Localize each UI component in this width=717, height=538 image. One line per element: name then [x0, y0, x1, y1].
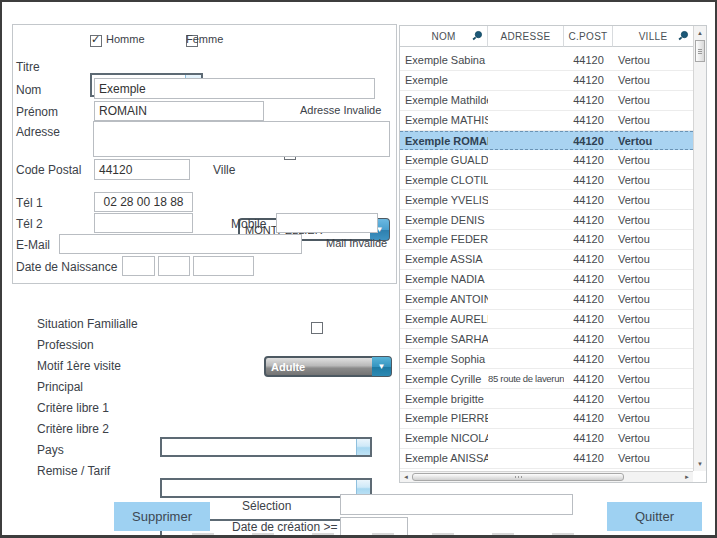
scroll-up-icon[interactable]: ▲ — [697, 30, 703, 36]
quitter-button[interactable]: Quitter — [607, 502, 702, 531]
horizontal-scrollbar[interactable]: ◄ ► — [400, 471, 693, 482]
prenom-label: Prénom — [16, 105, 58, 119]
table-cell: Exemple Mathilde — [400, 94, 488, 106]
table-cell: Vertou — [613, 233, 693, 245]
prenom-input[interactable]: ROMAIN — [94, 101, 264, 121]
supprimer-button[interactable]: Supprimer — [114, 502, 210, 531]
table-row[interactable]: Exemple DENIS44120Vertou — [400, 210, 693, 230]
scroll-down-icon[interactable]: ▼ — [697, 461, 703, 467]
vertical-scrollbar[interactable]: ▲ ▼ — [693, 26, 706, 471]
column-header-cpost[interactable]: C.POST — [564, 26, 613, 47]
birth-year-input[interactable] — [193, 256, 254, 276]
table-row[interactable]: Exemple Mathilde44120Vertou — [400, 91, 693, 111]
table-row[interactable]: Exemple Cyrille85 route de laverune44120… — [400, 369, 693, 389]
table-cell: Vertou — [613, 452, 693, 464]
table-cell: Exemple ROMAIN — [400, 135, 488, 147]
table-cell: 44120 — [564, 452, 613, 464]
table-row[interactable]: Exemple GUALDNA44120Vertou — [400, 150, 693, 170]
mail-invalide-label: Mail Invalide — [326, 237, 387, 249]
table-cell: Vertou — [613, 293, 693, 305]
table-row[interactable]: Exemple FEDERICO44120Vertou — [400, 230, 693, 250]
table-row[interactable]: Exemple NICOLAS44120Vertou — [400, 429, 693, 449]
table-cell: Vertou — [613, 333, 693, 345]
search-icon[interactable] — [678, 30, 689, 41]
extra-field-label: Remise / Tarif — [37, 464, 110, 478]
table-cell: Exemple Cyrille — [400, 373, 488, 385]
code-postal-input[interactable]: 44120 — [94, 159, 190, 180]
table-row[interactable]: Exemple Sophia44120Vertou — [400, 349, 693, 369]
table-row[interactable]: Exemple brigitte44120Vertou — [400, 389, 693, 409]
table-row[interactable]: Exemple Sabina44120Vertou — [400, 51, 693, 71]
table-cell: Vertou — [613, 273, 693, 285]
search-icon[interactable] — [472, 30, 483, 41]
table-row[interactable]: Exemple ROMAIN44120Vertou — [400, 131, 693, 151]
table-cell: 44120 — [564, 194, 613, 206]
tel1-value: 02 28 00 18 88 — [103, 195, 183, 209]
table-cell: 44120 — [564, 214, 613, 226]
table-row[interactable]: Exemple AURELIE44120Vertou — [400, 310, 693, 330]
table-cell: 44120 — [564, 273, 613, 285]
column-header-adresse[interactable]: ADRESSE — [488, 26, 564, 47]
extra-field-dropdown-button[interactable] — [356, 439, 370, 455]
selection-input[interactable] — [340, 494, 573, 515]
table-cell: Vertou — [613, 94, 693, 106]
column-header-ville[interactable]: VILLE — [613, 26, 693, 47]
table-row[interactable]: Exemple PIERRE44120Vertou — [400, 409, 693, 429]
ville-label: Ville — [213, 163, 235, 177]
adresse-textarea[interactable] — [93, 121, 390, 157]
mail-invalide-checkbox[interactable] — [311, 322, 323, 334]
table-row[interactable]: Exemple ASSIA44120Vertou — [400, 250, 693, 270]
table-cell: Exemple ANISSA — [400, 452, 488, 464]
extra-field-label: Principal — [37, 380, 83, 394]
scroll-left-icon[interactable]: ◄ — [403, 474, 409, 480]
table-cell: 44120 — [564, 373, 613, 385]
table-cell: Vertou — [613, 313, 693, 325]
table-cell: Vertou — [613, 253, 693, 265]
table-cell: Vertou — [613, 154, 693, 166]
extra-field-label: Critère libre 1 — [37, 401, 109, 415]
nom-value: Exemple — [99, 82, 146, 96]
tel1-input[interactable]: 02 28 00 18 88 — [94, 192, 193, 212]
table-body: Exemple Sabina44120VertouExemple44120Ver… — [400, 51, 693, 471]
extra-field-combobox[interactable] — [160, 437, 372, 457]
age-category-combobox[interactable]: Adulte ▼ — [264, 356, 392, 377]
column-header-nom[interactable]: NOM — [400, 26, 488, 47]
table-cell: 44120 — [564, 74, 613, 86]
table-row[interactable]: Exemple CLOTILDE44120Vertou — [400, 170, 693, 190]
table-row[interactable]: Exemple SARHA44120Vertou — [400, 329, 693, 349]
adresse-label: Adresse — [16, 125, 60, 139]
table-row[interactable]: Exemple YVELISE44120Vertou — [400, 190, 693, 210]
adresse-invalide-label: Adresse Invalide — [300, 104, 381, 116]
table-cell: Vertou — [613, 135, 693, 147]
table-cell: Vertou — [613, 432, 693, 444]
prenom-value: ROMAIN — [99, 104, 147, 118]
mobile-label: Mobile — [231, 217, 266, 231]
column-header-cpost-label: C.POST — [568, 31, 607, 42]
table-row[interactable]: Exemple MATHIS44120Vertou — [400, 111, 693, 131]
age-category-dropdown-button[interactable]: ▼ — [372, 357, 391, 376]
table-cell: Exemple — [400, 74, 488, 86]
email-input[interactable] — [59, 234, 302, 254]
extra-field-label: Motif 1ère visite — [37, 359, 121, 373]
birth-month-input[interactable] — [158, 256, 190, 276]
table-cell: Exemple FEDERICO — [400, 233, 488, 245]
table-row[interactable]: Exemple NADIA44120Vertou — [400, 270, 693, 290]
vertical-scroll-thumb[interactable] — [695, 40, 705, 62]
mobile-input[interactable] — [276, 213, 378, 233]
tel2-input[interactable] — [94, 213, 193, 233]
table-row[interactable]: Exemple ANTOINE44120Vertou — [400, 290, 693, 310]
table-cell: Vertou — [613, 393, 693, 405]
homme-label: Homme — [106, 33, 145, 45]
background-window-fragment — [192, 533, 587, 536]
horizontal-scroll-thumb[interactable] — [412, 473, 624, 481]
homme-checkbox[interactable] — [90, 35, 102, 47]
table-row[interactable]: Exemple ANISSA44120Vertou — [400, 449, 693, 469]
table-cell: 44120 — [564, 233, 613, 245]
nom-input[interactable]: Exemple — [94, 78, 375, 99]
table-cell: Vertou — [613, 373, 693, 385]
birth-day-input[interactable] — [122, 256, 155, 276]
table-row[interactable]: Exemple44120Vertou — [400, 71, 693, 91]
table-cell: Exemple NADIA — [400, 273, 488, 285]
table-cell: Exemple ANTOINE — [400, 293, 488, 305]
scroll-right-icon[interactable]: ► — [684, 474, 690, 480]
